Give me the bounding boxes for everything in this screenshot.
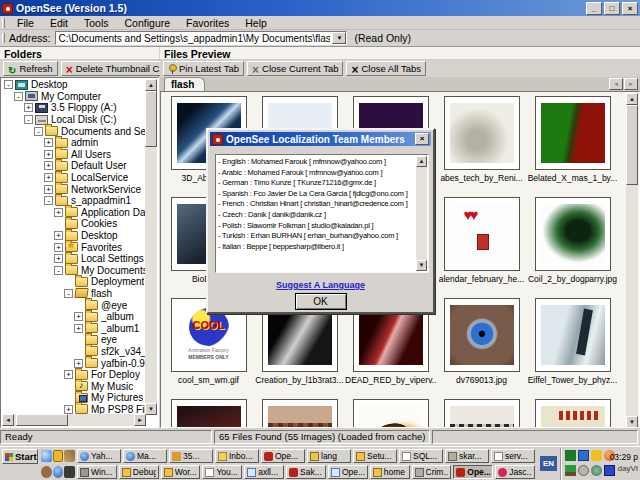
scroll-up-icon[interactable]: ▲ (416, 156, 427, 167)
tree-item-s-appadmin1[interactable]: -s_appadmin1 (2, 195, 146, 207)
collapse-icon[interactable]: - (34, 127, 43, 136)
tree-item-application-data[interactable]: +Application Data (2, 207, 146, 219)
tab-flash[interactable]: flash (164, 77, 205, 91)
thumbnail[interactable] (262, 399, 338, 428)
scrollbar-thumb[interactable] (16, 414, 68, 426)
tree-item-favorites[interactable]: +Favorites (2, 241, 146, 253)
quicklaunch-msn-icon[interactable] (41, 450, 52, 462)
address-input[interactable] (56, 32, 332, 44)
thumbnail[interactable] (535, 197, 611, 271)
address-combo[interactable]: ▼ (55, 31, 347, 45)
expand-icon[interactable]: + (54, 231, 63, 240)
thumbnail[interactable] (444, 399, 520, 428)
expand-icon[interactable]: + (54, 254, 63, 263)
thumbnail[interactable] (535, 298, 611, 372)
menu-item-favorites[interactable]: Favorites (178, 17, 237, 29)
address-dropdown-icon[interactable]: ▼ (332, 32, 346, 44)
ok-button[interactable]: OK (295, 293, 347, 310)
tree-item-3-5-floppy-a[interactable]: +3.5 Floppy (A:) (2, 102, 146, 114)
taskbar-button-35[interactable]: 35... (169, 449, 213, 463)
quicklaunch-phone-icon[interactable] (64, 466, 75, 478)
taskbar-button-jasc[interactable]: Jasc... (495, 465, 535, 479)
expand-icon[interactable]: + (64, 370, 73, 379)
expand-icon[interactable]: + (44, 161, 53, 170)
scroll-down-icon[interactable]: ▼ (626, 416, 638, 428)
close-current-tab-button[interactable]: Close Current Tab (247, 61, 343, 76)
dialog-close-icon[interactable]: × (415, 133, 429, 145)
close-all-tabs-button[interactable]: Close All Tabs (346, 61, 426, 76)
listbox-scrollbar[interactable]: ▲ ▼ (416, 156, 427, 271)
close-button[interactable]: × (622, 2, 638, 15)
taskbar-button-setu[interactable]: Setu... (353, 449, 397, 463)
window-titlebar[interactable]: OpenSee (Version 1.5) _ □ × (0, 0, 640, 16)
pin-latest-tab-button[interactable]: Pin Latest Tab (163, 61, 244, 76)
tree-item-sf2k-v34[interactable]: sf2k_v34_ (2, 346, 146, 358)
expand-icon[interactable]: + (44, 150, 53, 159)
tree-item-documents-and-settings[interactable]: -Documents and Settings (2, 125, 146, 137)
expand-icon[interactable]: + (74, 324, 83, 333)
taskbar-button-you[interactable]: You... (202, 465, 242, 479)
tree-item-yafbin-0-9[interactable]: +yafbin-0.9 (2, 357, 146, 369)
taskbar-button-win[interactable]: Win... (77, 465, 117, 479)
expand-icon[interactable]: + (54, 208, 63, 217)
quicklaunch-paw-icon[interactable] (41, 466, 52, 478)
maximize-button[interactable]: □ (604, 2, 620, 15)
thumbnail[interactable] (353, 399, 429, 428)
tray-display-icon[interactable] (578, 450, 589, 461)
taskbar-button-debug[interactable]: Debug (119, 465, 159, 479)
scrollbar-thumb[interactable] (626, 105, 638, 185)
tray-tree-icon[interactable] (565, 465, 576, 476)
start-button[interactable]: Start (2, 449, 38, 464)
tray-msn-icon[interactable] (591, 450, 602, 461)
tree-item-local-settings[interactable]: +Local Settings (2, 253, 146, 265)
taskbar-clock[interactable]: 03:29 p dayVI (610, 451, 638, 475)
expand-icon[interactable]: + (64, 405, 73, 414)
tree-item-cookies[interactable]: Cookies (2, 218, 146, 230)
taskbar-button-sql[interactable]: SQL... (399, 449, 443, 463)
expand-icon[interactable]: + (74, 359, 83, 368)
tree-item-for-deploy[interactable]: +For Deploy (2, 369, 146, 381)
language-indicator[interactable]: EN (540, 456, 557, 471)
refresh-button[interactable]: Refresh (3, 61, 58, 76)
expand-icon[interactable]: + (44, 138, 53, 147)
tree-item-localservice[interactable]: +LocalService (2, 172, 146, 184)
collapse-icon[interactable]: - (54, 266, 63, 275)
tree-item-my-music[interactable]: My Music (2, 380, 146, 392)
tree-item-eye[interactable]: eye (2, 334, 146, 346)
taskbar-button-yah[interactable]: Yah... (77, 449, 121, 463)
tab-scroll-left-icon[interactable]: ◄ (609, 78, 623, 90)
taskbar-button-ope[interactable]: Ope... (328, 465, 368, 479)
collapse-icon[interactable]: - (4, 80, 13, 89)
tree-item-my-documents[interactable]: -My Documents (2, 265, 146, 277)
tray-green-icon[interactable] (565, 450, 576, 461)
minimize-button[interactable]: _ (586, 2, 602, 15)
expand-icon[interactable]: + (44, 185, 53, 194)
tree-item-admin[interactable]: +admin (2, 137, 146, 149)
tree-item-my-computer[interactable]: -My Computer (2, 91, 146, 103)
thumbnail[interactable] (535, 96, 611, 170)
expand-icon[interactable]: + (44, 173, 53, 182)
quicklaunch-pen-icon[interactable] (64, 450, 75, 462)
scroll-down-icon[interactable]: ▼ (416, 260, 427, 271)
menu-item-file[interactable]: File (9, 17, 42, 29)
menu-item-edit[interactable]: Edit (42, 17, 76, 29)
taskbar-button-lang[interactable]: lang (307, 449, 351, 463)
members-listbox[interactable]: - English : Mohamed Farouk [ mfmnow@yaho… (215, 154, 429, 273)
suggest-language-link[interactable]: Suggest A Language (208, 280, 433, 290)
tray-update-icon[interactable] (591, 465, 602, 476)
taskbar-button-inbo[interactable]: Inbo... (215, 449, 259, 463)
taskbar-button-ope[interactable]: Ope... (261, 449, 305, 463)
thumbnail[interactable] (444, 298, 520, 372)
tree-vertical-scrollbar[interactable]: ▲ ▼ (145, 79, 157, 415)
tree-item-networkservice[interactable]: +NetworkService (2, 183, 146, 195)
expand-icon[interactable]: + (24, 103, 33, 112)
thumbnail[interactable] (444, 96, 520, 170)
scroll-left-icon[interactable]: ◄ (2, 414, 14, 426)
tree-horizontal-scrollbar[interactable]: ◄ ► (2, 414, 146, 426)
expand-icon[interactable]: + (74, 312, 83, 321)
scrollbar-thumb[interactable] (145, 91, 157, 147)
taskbar-button-crim[interactable]: Crim... (412, 465, 452, 479)
taskbar-button-home[interactable]: home (370, 465, 410, 479)
scroll-up-icon[interactable]: ▲ (145, 79, 157, 91)
thumbnail[interactable] (171, 399, 247, 428)
